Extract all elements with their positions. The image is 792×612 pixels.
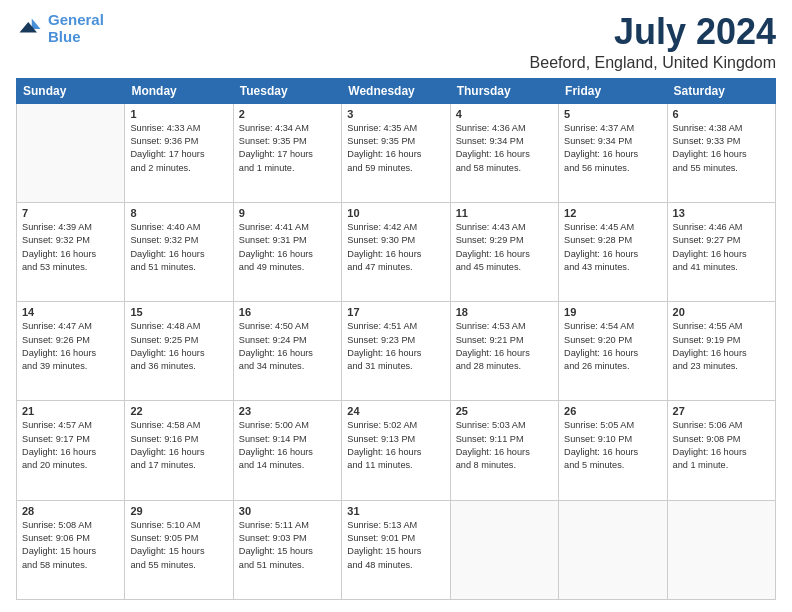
calendar-cell: 5Sunrise: 4:37 AMSunset: 9:34 PMDaylight… [559,103,667,202]
col-friday: Friday [559,78,667,103]
calendar-cell [667,500,775,599]
calendar-cell: 14Sunrise: 4:47 AMSunset: 9:26 PMDayligh… [17,302,125,401]
main-title: July 2024 [530,12,776,52]
day-number: 3 [347,108,444,120]
calendar-week-row: 21Sunrise: 4:57 AMSunset: 9:17 PMDayligh… [17,401,776,500]
day-number: 16 [239,306,336,318]
calendar-cell: 7Sunrise: 4:39 AMSunset: 9:32 PMDaylight… [17,202,125,301]
day-info: Sunrise: 4:45 AMSunset: 9:28 PMDaylight:… [564,221,661,274]
calendar-cell: 21Sunrise: 4:57 AMSunset: 9:17 PMDayligh… [17,401,125,500]
svg-marker-0 [32,18,41,29]
day-number: 27 [673,405,770,417]
day-number: 9 [239,207,336,219]
day-number: 6 [673,108,770,120]
calendar-cell: 11Sunrise: 4:43 AMSunset: 9:29 PMDayligh… [450,202,558,301]
day-number: 25 [456,405,553,417]
logo-text: General Blue [48,12,104,45]
day-info: Sunrise: 4:53 AMSunset: 9:21 PMDaylight:… [456,320,553,373]
day-info: Sunrise: 4:51 AMSunset: 9:23 PMDaylight:… [347,320,444,373]
col-sunday: Sunday [17,78,125,103]
day-number: 11 [456,207,553,219]
calendar-cell: 30Sunrise: 5:11 AMSunset: 9:03 PMDayligh… [233,500,341,599]
calendar-table: Sunday Monday Tuesday Wednesday Thursday… [16,78,776,600]
logo-line1: General [48,11,104,28]
day-number: 21 [22,405,119,417]
day-info: Sunrise: 4:39 AMSunset: 9:32 PMDaylight:… [22,221,119,274]
calendar-cell: 8Sunrise: 4:40 AMSunset: 9:32 PMDaylight… [125,202,233,301]
day-number: 5 [564,108,661,120]
day-info: Sunrise: 4:46 AMSunset: 9:27 PMDaylight:… [673,221,770,274]
day-info: Sunrise: 4:48 AMSunset: 9:25 PMDaylight:… [130,320,227,373]
title-block: July 2024 Beeford, England, United Kingd… [530,12,776,72]
calendar-cell: 19Sunrise: 4:54 AMSunset: 9:20 PMDayligh… [559,302,667,401]
calendar-cell: 2Sunrise: 4:34 AMSunset: 9:35 PMDaylight… [233,103,341,202]
day-info: Sunrise: 4:58 AMSunset: 9:16 PMDaylight:… [130,419,227,472]
day-number: 18 [456,306,553,318]
day-info: Sunrise: 4:41 AMSunset: 9:31 PMDaylight:… [239,221,336,274]
calendar-cell: 13Sunrise: 4:46 AMSunset: 9:27 PMDayligh… [667,202,775,301]
day-info: Sunrise: 5:03 AMSunset: 9:11 PMDaylight:… [456,419,553,472]
day-number: 12 [564,207,661,219]
calendar-cell: 6Sunrise: 4:38 AMSunset: 9:33 PMDaylight… [667,103,775,202]
day-info: Sunrise: 4:35 AMSunset: 9:35 PMDaylight:… [347,122,444,175]
day-number: 8 [130,207,227,219]
day-info: Sunrise: 4:55 AMSunset: 9:19 PMDaylight:… [673,320,770,373]
day-info: Sunrise: 4:36 AMSunset: 9:34 PMDaylight:… [456,122,553,175]
day-info: Sunrise: 4:43 AMSunset: 9:29 PMDaylight:… [456,221,553,274]
day-number: 31 [347,505,444,517]
calendar-cell: 15Sunrise: 4:48 AMSunset: 9:25 PMDayligh… [125,302,233,401]
day-info: Sunrise: 5:06 AMSunset: 9:08 PMDaylight:… [673,419,770,472]
day-info: Sunrise: 5:02 AMSunset: 9:13 PMDaylight:… [347,419,444,472]
col-saturday: Saturday [667,78,775,103]
day-number: 22 [130,405,227,417]
day-number: 17 [347,306,444,318]
calendar-cell: 17Sunrise: 4:51 AMSunset: 9:23 PMDayligh… [342,302,450,401]
calendar-cell: 27Sunrise: 5:06 AMSunset: 9:08 PMDayligh… [667,401,775,500]
day-info: Sunrise: 4:33 AMSunset: 9:36 PMDaylight:… [130,122,227,175]
day-info: Sunrise: 5:08 AMSunset: 9:06 PMDaylight:… [22,519,119,572]
header: General Blue July 2024 Beeford, England,… [16,12,776,72]
subtitle: Beeford, England, United Kingdom [530,54,776,72]
calendar-cell: 3Sunrise: 4:35 AMSunset: 9:35 PMDaylight… [342,103,450,202]
calendar-cell: 29Sunrise: 5:10 AMSunset: 9:05 PMDayligh… [125,500,233,599]
col-tuesday: Tuesday [233,78,341,103]
day-number: 26 [564,405,661,417]
calendar-cell: 1Sunrise: 4:33 AMSunset: 9:36 PMDaylight… [125,103,233,202]
day-number: 2 [239,108,336,120]
day-info: Sunrise: 5:00 AMSunset: 9:14 PMDaylight:… [239,419,336,472]
calendar-body: 1Sunrise: 4:33 AMSunset: 9:36 PMDaylight… [17,103,776,599]
day-info: Sunrise: 4:47 AMSunset: 9:26 PMDaylight:… [22,320,119,373]
calendar-cell: 16Sunrise: 4:50 AMSunset: 9:24 PMDayligh… [233,302,341,401]
calendar-cell: 28Sunrise: 5:08 AMSunset: 9:06 PMDayligh… [17,500,125,599]
calendar-cell: 12Sunrise: 4:45 AMSunset: 9:28 PMDayligh… [559,202,667,301]
day-info: Sunrise: 5:11 AMSunset: 9:03 PMDaylight:… [239,519,336,572]
day-info: Sunrise: 4:42 AMSunset: 9:30 PMDaylight:… [347,221,444,274]
calendar-cell: 26Sunrise: 5:05 AMSunset: 9:10 PMDayligh… [559,401,667,500]
day-number: 14 [22,306,119,318]
day-number: 4 [456,108,553,120]
calendar-week-row: 7Sunrise: 4:39 AMSunset: 9:32 PMDaylight… [17,202,776,301]
col-thursday: Thursday [450,78,558,103]
calendar-cell [450,500,558,599]
day-number: 29 [130,505,227,517]
day-number: 30 [239,505,336,517]
calendar-cell: 4Sunrise: 4:36 AMSunset: 9:34 PMDaylight… [450,103,558,202]
day-number: 15 [130,306,227,318]
day-number: 24 [347,405,444,417]
logo-icon [16,15,44,43]
calendar-cell [559,500,667,599]
day-number: 20 [673,306,770,318]
calendar-cell [17,103,125,202]
day-info: Sunrise: 4:40 AMSunset: 9:32 PMDaylight:… [130,221,227,274]
page: General Blue July 2024 Beeford, England,… [0,0,792,612]
day-info: Sunrise: 5:13 AMSunset: 9:01 PMDaylight:… [347,519,444,572]
day-info: Sunrise: 4:34 AMSunset: 9:35 PMDaylight:… [239,122,336,175]
logo: General Blue [16,12,104,45]
calendar-week-row: 28Sunrise: 5:08 AMSunset: 9:06 PMDayligh… [17,500,776,599]
calendar-header-row: Sunday Monday Tuesday Wednesday Thursday… [17,78,776,103]
calendar-week-row: 1Sunrise: 4:33 AMSunset: 9:36 PMDaylight… [17,103,776,202]
calendar-cell: 18Sunrise: 4:53 AMSunset: 9:21 PMDayligh… [450,302,558,401]
calendar-cell: 22Sunrise: 4:58 AMSunset: 9:16 PMDayligh… [125,401,233,500]
calendar-week-row: 14Sunrise: 4:47 AMSunset: 9:26 PMDayligh… [17,302,776,401]
col-monday: Monday [125,78,233,103]
